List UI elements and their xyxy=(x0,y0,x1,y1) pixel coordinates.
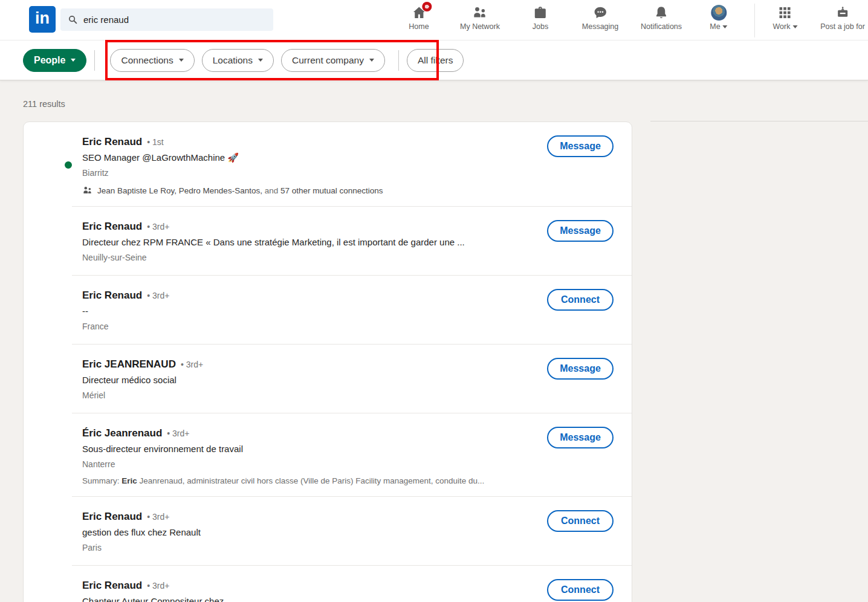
connection-degree: • 1st xyxy=(147,137,163,147)
nav-item-label: Jobs xyxy=(533,22,548,31)
connection-degree: • 3rd+ xyxy=(147,222,169,231)
all-filters-button[interactable]: All filters xyxy=(407,49,464,72)
nav-item-label: Messaging xyxy=(582,22,618,31)
nav-item-post-a-job[interactable]: Post a job for xyxy=(820,4,865,31)
post-a-job-icon xyxy=(835,4,850,21)
mutual-connections[interactable]: Jean Baptiste Le Roy, Pedro Mendes-Santo… xyxy=(82,186,523,195)
messaging-icon xyxy=(592,4,607,21)
search-filter-bar: People Connections Locations Current com… xyxy=(0,40,868,80)
person-result-row[interactable]: Eric Renaud • 3rd+ Directeur chez RPM FR… xyxy=(24,207,632,275)
message-button[interactable]: Message xyxy=(547,358,614,380)
mutual-names: Jean Baptiste Le Roy, Pedro Mendes-Santo… xyxy=(97,186,262,195)
me-avatar xyxy=(711,5,727,21)
connection-degree: • 3rd+ xyxy=(147,512,169,522)
person-name-link[interactable]: Eric JEANRENAUD xyxy=(82,357,176,372)
chevron-down-icon xyxy=(723,25,728,28)
nav-item-label: Notifications xyxy=(641,22,682,31)
nav-item-messaging[interactable]: Messaging xyxy=(582,4,618,31)
connection-degree: • 3rd+ xyxy=(181,360,203,369)
person-location: Neuilly-sur-Seine xyxy=(82,251,523,264)
search-input[interactable]: eric renaud xyxy=(60,8,273,31)
connect-button[interactable]: Connect xyxy=(547,510,614,532)
home-icon xyxy=(412,4,426,21)
nav-item-label: Work xyxy=(773,22,791,31)
summary-highlight: Eric xyxy=(121,476,137,485)
message-button[interactable]: Message xyxy=(547,220,614,242)
search-results-card: Eric Renaud • 1st SEO Manager @LaGrowthM… xyxy=(23,121,632,602)
filter-people-button[interactable]: People xyxy=(23,49,86,72)
home-notification-badge xyxy=(422,2,432,11)
search-icon xyxy=(68,15,78,25)
person-name-link[interactable]: Eric Renaud xyxy=(82,509,142,524)
person-headline: Chanteur Auteur Compositeur chez ... xyxy=(82,594,523,602)
mutual-count: 57 other mutual connections xyxy=(280,186,383,195)
connect-button[interactable]: Connect xyxy=(547,579,614,601)
person-name-link[interactable]: Eric Renaud xyxy=(82,578,142,593)
nav-item-notifications[interactable]: Notifications xyxy=(641,4,682,31)
top-nav: in eric renaud Home My Network Jobs xyxy=(0,0,868,40)
person-result-row[interactable]: Eric Renaud • 3rd+ gestion des flux chez… xyxy=(24,497,632,565)
results-count: 211 results xyxy=(23,99,65,109)
nav-item-me[interactable]: Me xyxy=(710,4,727,31)
person-summary: Summary: Eric Jeanrenaud, administrateur… xyxy=(82,476,523,485)
search-value: eric renaud xyxy=(83,15,129,25)
summary-rest: Jeanrenaud, administrateur civil hors cl… xyxy=(137,476,485,485)
person-result-row[interactable]: Eric Renaud • 3rd+ -- France Connect xyxy=(24,276,632,344)
nav-item-work[interactable]: Work xyxy=(773,4,798,31)
person-name-link[interactable]: Eric Renaud xyxy=(82,219,142,234)
nav-item-my-network[interactable]: My Network xyxy=(460,4,500,31)
nav-item-label: My Network xyxy=(460,22,500,31)
person-location: France xyxy=(82,320,523,333)
person-location: Mériel xyxy=(82,389,523,402)
person-result-row[interactable]: Eric JEANRENAUD • 3rd+ Directeur médico … xyxy=(24,345,632,413)
connection-degree: • 3rd+ xyxy=(147,291,169,300)
message-button[interactable]: Message xyxy=(547,427,614,448)
chevron-down-icon xyxy=(369,59,374,62)
connection-degree: • 3rd+ xyxy=(167,429,189,438)
linkedin-logo[interactable]: in xyxy=(29,6,56,33)
mutual-connections-icon xyxy=(82,186,92,195)
person-location: Nanterre xyxy=(82,458,523,471)
filter-connections-button[interactable]: Connections xyxy=(110,49,194,72)
filter-locations-button[interactable]: Locations xyxy=(202,49,274,72)
nav-item-label: Me xyxy=(710,22,720,31)
filter-current-company-label: Current company xyxy=(292,55,364,66)
message-button[interactable]: Message xyxy=(547,135,614,157)
nav-item-jobs[interactable]: Jobs xyxy=(533,4,548,31)
all-filters-label: All filters xyxy=(418,55,453,66)
person-headline: Directeur médico social xyxy=(82,373,523,387)
nav-divider xyxy=(754,4,755,37)
filter-connections-label: Connections xyxy=(121,55,173,66)
filter-divider xyxy=(94,50,95,71)
person-result-row[interactable]: Éric Jeanrenaud • 3rd+ Sous-directeur en… xyxy=(24,413,632,496)
right-rail-divider xyxy=(650,121,868,121)
person-name-link[interactable]: Éric Jeanrenaud xyxy=(82,426,162,441)
person-name-link[interactable]: Eric Renaud xyxy=(82,288,142,303)
chevron-down-icon xyxy=(71,59,76,62)
person-location: Paris xyxy=(82,542,523,554)
nav-item-home[interactable]: Home xyxy=(409,4,429,31)
linkedin-search-page: in eric renaud Home My Network Jobs xyxy=(0,0,868,602)
mutual-conjunction: and xyxy=(262,186,280,195)
nav-item-label: Post a job for xyxy=(820,22,865,31)
person-location: Biarritz xyxy=(82,167,523,180)
person-headline: Directeur chez RPM FRANCE « Dans une str… xyxy=(82,235,523,250)
person-headline: -- xyxy=(82,304,523,319)
person-headline: gestion des flux chez Renault xyxy=(82,525,523,540)
person-name-link[interactable]: Eric Renaud xyxy=(82,134,142,149)
filter-divider xyxy=(398,50,399,71)
online-presence-dot xyxy=(63,160,73,170)
nav-item-label: Home xyxy=(409,22,429,31)
person-result-row[interactable]: Eric Renaud • 3rd+ Chanteur Auteur Compo… xyxy=(24,566,632,602)
linkedin-logo-text: in xyxy=(35,9,50,28)
filter-people-label: People xyxy=(34,55,65,66)
my-network-icon xyxy=(472,4,487,21)
person-result-row[interactable]: Eric Renaud • 1st SEO Manager @LaGrowthM… xyxy=(24,122,632,206)
connection-degree: • 3rd+ xyxy=(147,581,169,591)
chevron-down-icon xyxy=(179,59,184,62)
chevron-down-icon xyxy=(792,25,797,28)
connect-button[interactable]: Connect xyxy=(547,289,614,311)
work-grid-icon xyxy=(778,4,792,21)
filter-current-company-button[interactable]: Current company xyxy=(281,49,385,72)
chevron-down-icon xyxy=(258,59,263,62)
